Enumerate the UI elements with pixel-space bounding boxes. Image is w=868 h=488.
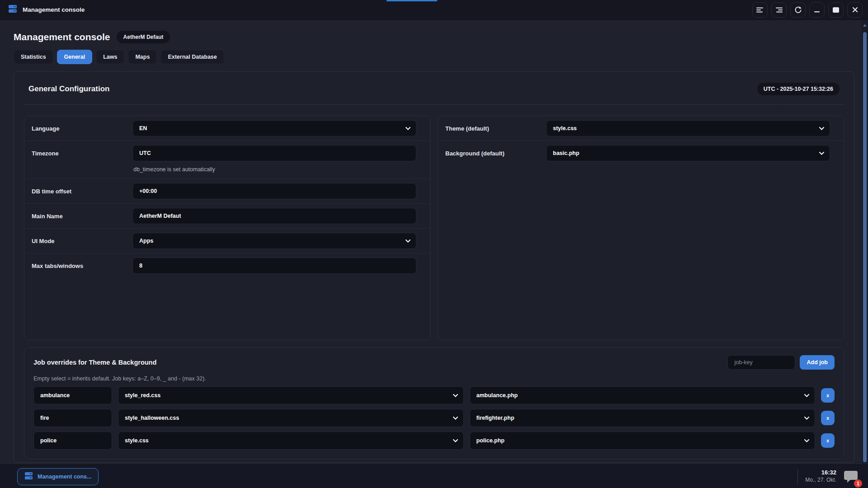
refresh-icon — [794, 6, 802, 14]
maximize-icon — [832, 7, 840, 13]
field-row-main-name: Main Name — [24, 204, 430, 229]
job-theme-select[interactable]: style.css — [118, 432, 463, 449]
max-tabs-input-wrap — [132, 258, 416, 274]
refresh-button[interactable] — [790, 2, 806, 18]
app-server-icon — [24, 472, 33, 481]
align-right-button[interactable] — [771, 2, 787, 18]
tab-statistics[interactable]: Statistics — [14, 50, 53, 64]
page-content: Management console AetherM Defaut Statis… — [0, 31, 868, 463]
job-key-field[interactable] — [34, 409, 112, 427]
job-row: style_halloween.css firefighter.php x — [33, 409, 835, 427]
tab-bar: Statistics General Laws Maps External Da… — [14, 50, 854, 64]
general-configuration-card: General Configuration UTC - 2025-10-27 1… — [14, 71, 854, 463]
timezone-input[interactable] — [133, 145, 416, 161]
remove-job-button[interactable]: x — [821, 411, 835, 425]
job-key-wrap — [33, 432, 112, 450]
job-key-input-wrap — [727, 355, 795, 370]
max-tabs-label: Max tabs/windows — [32, 263, 132, 269]
job-key-input[interactable] — [728, 356, 795, 369]
job-overrides-panel: Job overrides for Theme & Background Add… — [24, 347, 844, 459]
ui-mode-select[interactable]: Apps — [133, 233, 416, 249]
close-button[interactable] — [847, 2, 863, 18]
job-key-field[interactable] — [34, 387, 112, 404]
app-server-icon — [8, 5, 17, 15]
field-row-ui-mode: UI Mode Apps — [24, 229, 430, 253]
main-name-label: Main Name — [32, 213, 132, 220]
close-icon — [852, 7, 858, 13]
taskbar-app-label: Management cons... — [38, 474, 91, 480]
background-select[interactable]: basic.php — [547, 145, 830, 161]
field-row-db-offset: DB time offset — [24, 179, 430, 204]
main-name-input[interactable] — [133, 208, 416, 224]
max-tabs-input[interactable] — [133, 258, 416, 273]
db-offset-input-wrap — [132, 183, 416, 199]
window-controls — [752, 2, 863, 18]
job-background-select[interactable]: police.php — [470, 432, 815, 449]
add-job-button[interactable]: Add job — [800, 355, 835, 370]
notifications-button[interactable]: 1 — [844, 470, 858, 483]
field-row-background: Background (default) basic.php — [438, 141, 844, 165]
ui-mode-select-wrap: Apps — [132, 233, 416, 249]
language-label: Language — [32, 125, 132, 132]
ui-mode-label: UI Mode — [32, 238, 132, 244]
theme-label: Theme (default) — [445, 125, 546, 132]
job-row: style.css police.php x — [33, 432, 835, 450]
section-title: General Configuration — [28, 84, 109, 94]
settings-panel-right: Theme (default) style.css Background (de… — [438, 116, 844, 340]
job-background-select[interactable]: ambulance.php — [470, 387, 815, 404]
job-overrides-title: Job overrides for Theme & Background — [33, 359, 156, 366]
taskbar-clock[interactable]: 16:32 Mo., 27. Okt. — [805, 469, 836, 483]
job-theme-select[interactable]: style_red.css — [118, 387, 463, 404]
timezone-input-wrap — [132, 145, 416, 161]
field-row-timezone: Timezone db_timezone is set automaticall… — [24, 141, 430, 179]
window-title: Management console — [23, 6, 85, 13]
job-overrides-hint: Empty select = inherits default. Job key… — [33, 375, 835, 382]
field-row-language: Language EN — [24, 116, 430, 141]
timezone-help-text: db_timezone is set automatically — [132, 161, 416, 174]
db-offset-input[interactable] — [133, 183, 416, 199]
job-theme-select-wrap: style.css — [118, 432, 464, 450]
utc-clock-badge: UTC - 2025-10-27 15:32:26 — [757, 83, 840, 95]
language-select[interactable]: EN — [133, 121, 416, 136]
instance-name-badge: AetherM Defaut — [117, 31, 170, 43]
tab-laws[interactable]: Laws — [96, 50, 124, 64]
scrollbar-thumb[interactable] — [863, 32, 867, 462]
job-overrides-header: Job overrides for Theme & Background Add… — [33, 355, 835, 370]
job-background-select[interactable]: firefighter.php — [470, 409, 815, 427]
scroll-up-arrow-icon[interactable] — [863, 24, 867, 27]
taskbar-app-button[interactable]: Management cons... — [17, 468, 99, 485]
align-left-icon — [756, 7, 764, 13]
language-select-wrap: EN — [132, 120, 416, 136]
job-key-wrap — [33, 409, 112, 427]
job-key-field[interactable] — [34, 432, 112, 449]
timezone-label: Timezone — [32, 150, 132, 157]
page-header: Management console AetherM Defaut — [14, 31, 854, 43]
theme-select[interactable]: style.css — [547, 121, 830, 136]
field-row-theme: Theme (default) style.css — [438, 116, 844, 141]
minimize-button[interactable] — [809, 2, 825, 18]
settings-columns: Language EN Timezone db — [24, 116, 844, 340]
job-background-select-wrap: firefighter.php — [470, 409, 816, 427]
settings-panel-left: Language EN Timezone db — [24, 116, 430, 340]
theme-select-wrap: style.css — [546, 120, 830, 136]
job-key-wrap — [33, 386, 112, 404]
job-background-select-wrap: police.php — [470, 432, 816, 450]
job-theme-select[interactable]: style_halloween.css — [118, 409, 463, 427]
tab-general[interactable]: General — [57, 50, 93, 64]
system-tray: 16:32 Mo., 27. Okt. 1 — [797, 469, 861, 484]
align-right-icon — [775, 7, 783, 13]
page-title: Management console — [14, 32, 110, 42]
vertical-scrollbar[interactable] — [862, 20, 868, 464]
tab-maps[interactable]: Maps — [128, 50, 157, 64]
tray-divider — [797, 469, 798, 484]
maximize-button[interactable] — [828, 2, 844, 18]
general-configuration-header: General Configuration UTC - 2025-10-27 1… — [24, 80, 844, 105]
align-left-button[interactable] — [752, 2, 768, 18]
tab-external-database[interactable]: External Database — [160, 50, 224, 64]
remove-job-button[interactable]: x — [821, 433, 835, 448]
background-label: Background (default) — [445, 150, 546, 157]
job-add-controls: Add job — [727, 355, 835, 370]
titlebar-accent-notch — [387, 0, 437, 1]
clock-time: 16:32 — [805, 469, 836, 477]
remove-job-button[interactable]: x — [821, 388, 835, 403]
